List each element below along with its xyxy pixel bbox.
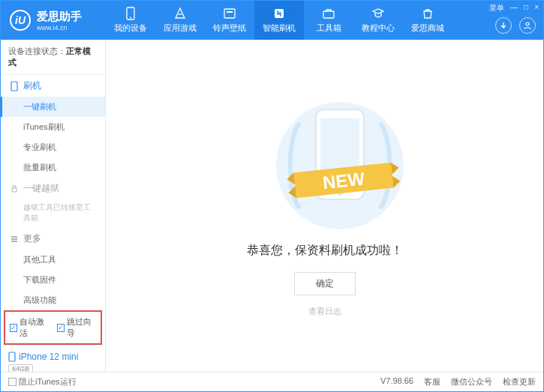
- sidebar-item-download-fw[interactable]: 下载固件: [1, 270, 105, 290]
- store-icon: [421, 7, 434, 20]
- svg-rect-6: [323, 11, 334, 18]
- device-name: iPhone 12 mini: [8, 352, 98, 362]
- device-icon: [124, 7, 137, 20]
- success-message: 恭喜您，保资料刷机成功啦！: [247, 243, 403, 259]
- sidebar-item-oneclick[interactable]: 一键刷机: [1, 97, 105, 117]
- sidebar-header-flash[interactable]: 刷机: [1, 75, 105, 97]
- apps-icon: [173, 7, 187, 20]
- sidebar-header-label: 更多: [23, 232, 41, 245]
- sidebar-item-othertools[interactable]: 其他工具: [1, 250, 105, 270]
- nav-ringtones[interactable]: 铃声壁纸: [205, 1, 254, 40]
- logo-icon: iU: [10, 10, 31, 31]
- sidebar-item-itunes[interactable]: iTunes刷机: [1, 117, 105, 137]
- nav-tabs: 我的设备 应用游戏 铃声壁纸 智能刷机 工具箱 教程中心: [106, 1, 543, 40]
- svg-point-1: [130, 17, 131, 19]
- sidebar-header-more[interactable]: 更多: [1, 228, 105, 250]
- nav-tutorials[interactable]: 教程中心: [353, 1, 403, 40]
- minimize-button[interactable]: —: [510, 3, 518, 13]
- statusbar: 阻止iTunes运行 V7.98.66 客服 微信公众号 检查更新: [1, 372, 543, 391]
- svg-rect-4: [227, 11, 233, 13]
- checkbox-label: 自动激活: [20, 316, 49, 339]
- phone-icon: [8, 352, 16, 362]
- titlebar: iU 爱思助手 www.i4.cn 我的设备 应用游戏 铃声壁纸 智能刷机: [1, 1, 543, 40]
- sidebar-header-label: 一键越狱: [23, 182, 59, 195]
- app-window: iU 爱思助手 www.i4.cn 我的设备 应用游戏 铃声壁纸 智能刷机: [0, 0, 544, 392]
- svg-rect-9: [12, 188, 17, 192]
- tutorials-icon: [371, 7, 385, 20]
- download-button[interactable]: [495, 17, 512, 34]
- checkbox-label: 阻止iTunes运行: [19, 376, 77, 388]
- checkbox-block-itunes[interactable]: 阻止iTunes运行: [8, 376, 77, 388]
- user-button[interactable]: [519, 17, 536, 34]
- sidebar-item-advanced[interactable]: 高级功能: [1, 290, 105, 310]
- checkbox-icon: [8, 378, 17, 386]
- connection-label: 设备连接状态：: [8, 46, 66, 55]
- sidebar-item-batch[interactable]: 批量刷机: [1, 157, 105, 178]
- svg-point-7: [526, 22, 529, 25]
- status-right: V7.98.66 客服 微信公众号 检查更新: [380, 376, 536, 388]
- toolbox-icon: [322, 7, 335, 20]
- nav-label: 铃声壁纸: [213, 22, 246, 34]
- sidebar-item-pro[interactable]: 专业刷机: [1, 137, 105, 157]
- jailbreak-note: 越狱工具已转移至工具箱: [1, 199, 105, 228]
- device-block[interactable]: iPhone 12 mini 64GB Down-12mini-13,1: [1, 345, 105, 372]
- svg-rect-5: [275, 9, 284, 18]
- nav-toolbox[interactable]: 工具箱: [304, 1, 353, 40]
- flash-icon: [272, 7, 286, 20]
- main-content: NEW 恭喜您，保资料刷机成功啦！ 确定 查看日志: [106, 40, 543, 372]
- link-support[interactable]: 客服: [424, 376, 440, 388]
- svg-rect-3: [224, 9, 235, 18]
- wallpaper-icon: [223, 7, 236, 20]
- maximize-button[interactable]: □: [524, 3, 528, 13]
- connection-status: 设备连接状态：正常模式: [1, 40, 105, 75]
- nav-store[interactable]: 爱思商城: [403, 1, 452, 40]
- body: 设备连接状态：正常模式 刷机 一键刷机 iTunes刷机 专业刷机 批量刷机 一…: [1, 40, 543, 372]
- lock-icon: [10, 184, 19, 193]
- checkbox-skip-guide[interactable]: ✓ 跳过向导: [57, 316, 97, 339]
- menu-button[interactable]: 菜单: [489, 3, 504, 13]
- storage-badge: 64GB: [8, 364, 33, 372]
- ok-button[interactable]: 确定: [294, 272, 356, 295]
- version-label: V7.98.66: [380, 376, 413, 388]
- view-log-link[interactable]: 查看日志: [308, 306, 341, 317]
- status-left: 阻止iTunes运行: [8, 376, 77, 388]
- nav-label: 智能刷机: [263, 22, 296, 34]
- svg-rect-8: [11, 82, 17, 91]
- link-update[interactable]: 检查更新: [503, 376, 536, 388]
- phone-icon: [10, 81, 19, 91]
- checkbox-icon: ✓: [10, 324, 17, 332]
- nav-label: 爱思商城: [411, 22, 444, 34]
- checkbox-icon: ✓: [57, 324, 65, 332]
- link-wechat[interactable]: 微信公众号: [451, 376, 492, 388]
- svg-rect-13: [9, 352, 15, 361]
- checkbox-auto-activate[interactable]: ✓ 自动激活: [10, 316, 50, 339]
- sidebar: 设备连接状态：正常模式 刷机 一键刷机 iTunes刷机 专业刷机 批量刷机 一…: [1, 40, 106, 372]
- nav-label: 应用游戏: [164, 22, 197, 34]
- nav-label: 教程中心: [362, 22, 395, 34]
- brand-name: 爱思助手: [37, 10, 82, 24]
- nav-smart-flash[interactable]: 智能刷机: [254, 1, 304, 40]
- close-button[interactable]: ×: [534, 3, 539, 13]
- more-icon: [10, 235, 19, 244]
- logo-area: iU 爱思助手 www.i4.cn: [1, 10, 106, 31]
- title-circle-buttons: [495, 17, 536, 34]
- checkbox-label: 跳过向导: [67, 316, 96, 339]
- window-controls: 菜单 — □ ×: [489, 3, 539, 13]
- sidebar-header-jailbreak[interactable]: 一键越狱: [1, 178, 105, 199]
- nav-label: 我的设备: [114, 22, 147, 34]
- nav-label: 工具箱: [317, 22, 341, 34]
- nav-my-device[interactable]: 我的设备: [106, 1, 155, 40]
- nav-apps[interactable]: 应用游戏: [155, 1, 205, 40]
- success-illustration: NEW: [257, 94, 392, 229]
- sidebar-checkboxes: ✓ 自动激活 ✓ 跳过向导: [4, 310, 102, 345]
- sidebar-header-label: 刷机: [23, 79, 41, 92]
- brand-url: www.i4.cn: [37, 24, 82, 31]
